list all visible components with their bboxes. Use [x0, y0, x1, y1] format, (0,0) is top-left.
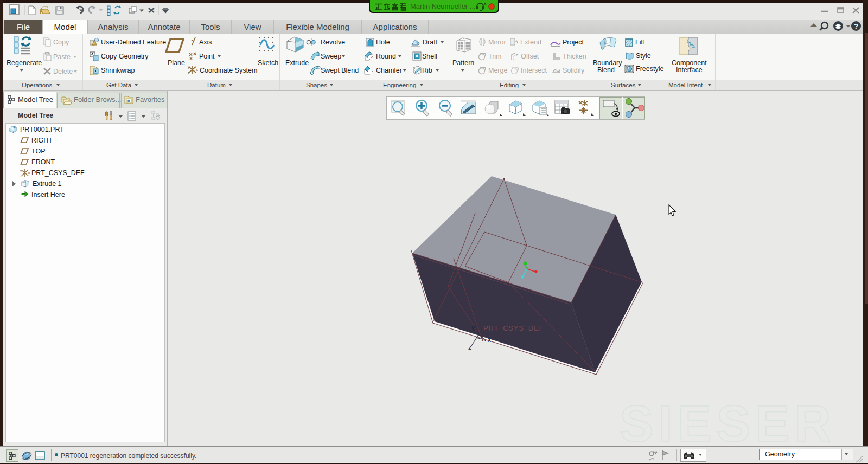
svg-text:x: x — [196, 68, 199, 72]
svg-text:z: z — [20, 175, 22, 178]
svg-text:z: z — [188, 71, 189, 75]
svg-text:y: y — [20, 169, 22, 172]
svg-text:z: z — [468, 343, 472, 351]
svg-text:?: ? — [854, 22, 858, 30]
svg-text:y: y — [471, 323, 475, 331]
svg-text:x: x — [28, 171, 30, 175]
svg-text:PRT_CSYS_DEF: PRT_CSYS_DEF — [483, 324, 544, 332]
svg-text:x: x — [488, 336, 491, 344]
